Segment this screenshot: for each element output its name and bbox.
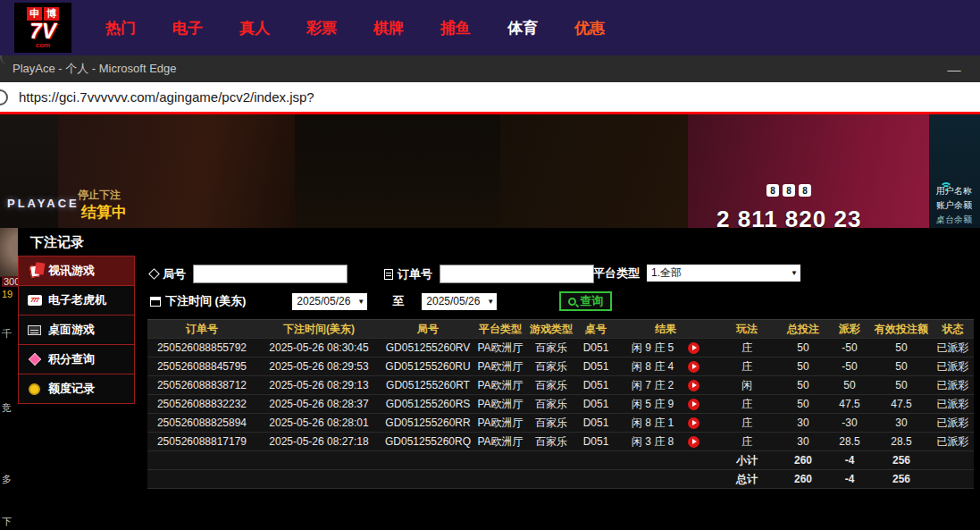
top-nav: 申 博 7V com 热门 电子 真人 彩票 棋牌 捕鱼 体育 优惠 <box>0 0 980 55</box>
nav-item-electronic[interactable]: 电子 <box>172 18 203 38</box>
order-no: 250526088855792 <box>147 339 256 358</box>
replay-icon[interactable] <box>688 342 699 354</box>
table-no: D051 <box>576 339 616 358</box>
subtotal-valid-bet: 256 <box>871 451 932 470</box>
cards-icon <box>27 264 42 278</box>
round-no: GD051255260RQ <box>381 433 474 451</box>
nav-item-lottery[interactable]: 彩票 <box>306 18 337 38</box>
bet-time: 2025-05-26 08:29:13 <box>256 376 381 395</box>
stop-bet-text: 停止下注 <box>78 188 121 203</box>
game-type: 百家乐 <box>526 395 576 414</box>
game-type: 百家乐 <box>526 376 576 395</box>
nav-item-live[interactable]: 真人 <box>239 18 270 38</box>
sidebar-item-label: 积分查询 <box>48 351 95 367</box>
replay-icon[interactable] <box>688 361 699 373</box>
round-number-input[interactable] <box>193 265 348 283</box>
platform: PA欧洲厅 <box>474 376 526 395</box>
tag-icon <box>148 268 160 280</box>
result-text: 闲 8 庄 1 <box>632 416 674 431</box>
table-no: D051 <box>576 395 616 414</box>
round-no: GD051255260RU <box>381 358 474 376</box>
bet-time: 2025-05-26 08:30:45 <box>256 339 381 358</box>
strip-fragment: 19 <box>2 289 13 299</box>
date-from-value: 2025/05/26 <box>297 295 350 307</box>
round-number-label: 局号 <box>163 266 186 282</box>
platform: PA欧洲厅 <box>474 395 526 414</box>
order-number-input[interactable] <box>440 265 594 283</box>
round-no: GD051255260RV <box>381 339 474 358</box>
address-bar[interactable]: https://gci.7vvvvvv.com/agingame/pcv2/in… <box>0 82 980 112</box>
subtotal-row: 小计 260 -4 256 <box>147 451 974 470</box>
coin-icon <box>27 382 42 396</box>
minimize-button[interactable]: — <box>941 55 967 82</box>
sidebar-item-video-games[interactable]: 视讯游戏 <box>18 256 135 286</box>
subtotal-total-bet: 260 <box>778 451 828 470</box>
valid-bet: 50 <box>871 358 932 376</box>
replay-icon[interactable] <box>688 417 699 429</box>
order-no: 250526088825894 <box>147 414 256 433</box>
table-game-icon <box>27 323 42 337</box>
strip-fragment: 竞 <box>2 401 12 415</box>
user-name-label: 用户名称 <box>936 185 972 198</box>
sidebar-item-points-query[interactable]: 积分查询 <box>18 344 135 374</box>
brand-logo-sub: com <box>36 42 50 49</box>
nav-item-sports[interactable]: 体育 <box>507 18 538 38</box>
chevron-down-icon: ▼ <box>788 265 800 282</box>
sidebar-item-quota-records[interactable]: 额度记录 <box>18 374 135 404</box>
nav-item-hot[interactable]: 热门 <box>105 18 136 38</box>
sidebar-item-label: 桌面游戏 <box>48 322 95 338</box>
subtotal-label: 小计 <box>716 451 778 470</box>
nav-item-promo[interactable]: 优惠 <box>574 18 605 38</box>
dice-icons: 8 8 8 <box>766 184 811 197</box>
platform: PA欧洲厅 <box>474 414 526 433</box>
platform-type-select[interactable]: 1.全部 ▼ <box>647 265 800 282</box>
replay-icon[interactable] <box>688 399 699 410</box>
promo-banner: 停止下注 结算中 8 8 8 2 811 820 23 用户名称 账户余额 桌台… <box>0 114 980 228</box>
grand-total-label: 总计 <box>716 470 778 489</box>
brand-logo[interactable]: 申 博 7V com <box>14 3 71 53</box>
total-bet: 50 <box>778 339 828 358</box>
grand-total-payout: -4 <box>828 470 871 489</box>
game-type: 百家乐 <box>526 339 576 358</box>
date-from-select[interactable]: 2025/05/26 ▼ <box>292 293 367 310</box>
result-text: 闲 8 庄 4 <box>632 359 674 374</box>
col-header: 玩法 <box>716 320 778 339</box>
play-type: 庄 <box>716 339 778 358</box>
play-type: 庄 <box>716 433 778 451</box>
document-icon <box>384 269 393 280</box>
replay-icon[interactable] <box>688 436 699 448</box>
date-to-select[interactable]: 2025/05/26 ▼ <box>422 293 497 310</box>
play-type: 庄 <box>716 358 778 376</box>
platform-type-label: 平台类型 <box>593 265 640 282</box>
total-bet: 30 <box>778 414 828 433</box>
order-number-label-group: 订单号 <box>384 266 432 282</box>
grand-total-total-bet: 260 <box>778 470 828 489</box>
col-header: 平台类型 <box>474 320 526 339</box>
table-row: 250526088838712 2025-05-26 08:29:13 GD05… <box>147 376 974 395</box>
payout: -50 <box>828 358 871 376</box>
status-badge: 已派彩 <box>932 358 974 376</box>
result-text: 闲 9 庄 5 <box>632 341 674 356</box>
col-header: 下注时间(美东) <box>256 320 381 339</box>
banner-segment-jackpot: 8 8 8 2 811 820 23 <box>688 114 929 228</box>
grand-total-row: 总计 260 -4 256 <box>147 470 974 489</box>
bet-time: 2025-05-26 08:28:37 <box>256 395 381 414</box>
nav-item-fishing[interactable]: 捕鱼 <box>440 18 471 38</box>
sidebar-item-slots[interactable]: 电子老虎机 <box>18 285 135 315</box>
search-button[interactable]: 查询 <box>559 291 612 311</box>
play-type: 闲 <box>716 376 778 395</box>
chevron-down-icon: ▼ <box>355 293 367 310</box>
payout: 50 <box>828 376 871 395</box>
nav-menu: 热门 电子 真人 彩票 棋牌 捕鱼 体育 优惠 <box>105 18 605 38</box>
platform: PA欧洲厅 <box>474 358 526 376</box>
replay-icon[interactable] <box>688 380 699 391</box>
table-no: D051 <box>576 433 616 451</box>
date-to-value: 2025/05/26 <box>426 295 480 307</box>
banner-segment-casino: 停止下注 结算中 <box>58 114 295 228</box>
reload-icon[interactable] <box>0 89 8 105</box>
result-text: 闲 3 庄 8 <box>632 434 674 450</box>
bet-time: 2025-05-26 08:29:53 <box>256 358 381 376</box>
order-no: 250526088845795 <box>147 358 256 376</box>
sidebar-item-table-games[interactable]: 桌面游戏 <box>18 315 135 345</box>
nav-item-chess[interactable]: 棋牌 <box>373 18 404 38</box>
